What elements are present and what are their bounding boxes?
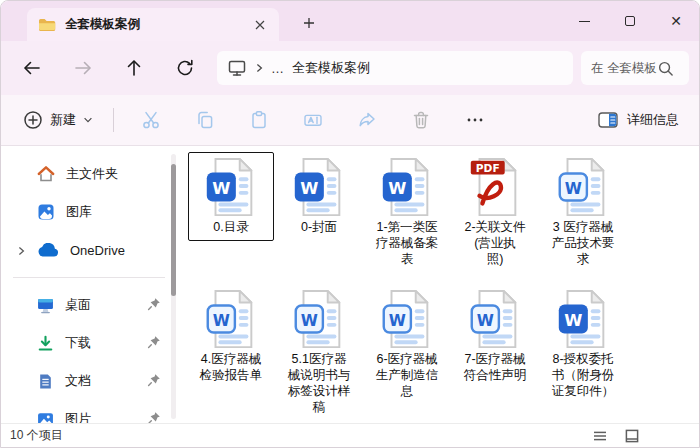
file-icon: W	[291, 156, 347, 218]
sidebar-item-downloads[interactable]: 下载	[5, 325, 169, 361]
svg-text:W: W	[212, 179, 230, 198]
toolbar-divider	[113, 108, 114, 132]
file-item-body: W 1-第一类医 疗器械备案 表	[364, 152, 450, 273]
file-item[interactable]: W 4.医疗器械 检验报告单	[187, 284, 275, 416]
list-view-button[interactable]	[590, 427, 610, 445]
file-item[interactable]: W 0-封面	[275, 152, 363, 284]
copy-button[interactable]	[185, 102, 225, 138]
word-file-icon: W	[291, 156, 347, 218]
word-file-icon: W	[379, 156, 435, 218]
pin-icon	[147, 373, 161, 387]
file-name: 3 医疗器械 产品技术要 求	[552, 219, 615, 267]
new-button[interactable]: 新建	[13, 102, 103, 138]
titlebar: 全套模板案例 ✕	[1, 1, 699, 41]
delete-button[interactable]	[401, 102, 441, 138]
file-icon: W	[203, 156, 259, 218]
sidebar-item-documents[interactable]: 文档	[5, 363, 169, 399]
chevron-right-icon	[16, 246, 26, 256]
paste-button[interactable]	[239, 102, 279, 138]
details-toggle-label: 详细信息	[627, 111, 679, 129]
sidebar-divider	[13, 277, 165, 278]
breadcrumb-chevron-icon	[254, 63, 264, 73]
close-icon: ✕	[670, 14, 682, 28]
sidebar-scrollbar-thumb[interactable]	[171, 164, 176, 296]
svg-text:W: W	[300, 179, 318, 198]
file-icon: W	[555, 156, 611, 218]
details-toggle-button[interactable]: 详细信息	[590, 102, 687, 138]
search-input[interactable]	[591, 61, 657, 75]
word-file-icon: W	[467, 288, 523, 350]
back-button[interactable]	[13, 50, 51, 86]
file-item[interactable]: W 6-医疗器械 生产制造信 息	[363, 284, 451, 416]
share-button[interactable]	[347, 102, 387, 138]
rename-button[interactable]	[293, 102, 333, 138]
forward-icon	[73, 58, 93, 78]
gallery-icon	[37, 203, 55, 221]
this-pc-icon	[227, 58, 247, 78]
file-item[interactable]: PDF 2-关联文件 (营业执 照)	[451, 152, 539, 284]
ellipsis-icon	[465, 110, 485, 130]
file-item[interactable]: W 3 医疗器械 产品技术要 求	[539, 152, 627, 284]
refresh-button[interactable]	[166, 50, 204, 86]
breadcrumb-current-folder[interactable]: 全套模板案例	[292, 59, 370, 77]
pinned-indicator	[147, 297, 161, 314]
sidebar-item-label: 主文件夹	[66, 165, 118, 183]
minimize-button[interactable]	[561, 1, 607, 41]
file-item-body: W 4.医疗器械 检验报告单	[188, 284, 274, 389]
file-name: 8-授权委托 书（附身份 证复印件）	[552, 351, 615, 399]
search-icon	[657, 60, 674, 77]
new-tab-button[interactable]	[295, 9, 323, 37]
file-item[interactable]: W 7-医疗器械 符合性声明	[451, 284, 539, 416]
file-item-body: PDF 2-关联文件 (营业执 照)	[452, 152, 538, 273]
file-icon: W	[379, 156, 435, 218]
sidebar-item-label: 桌面	[65, 296, 91, 314]
sidebar-item-pictures[interactable]: 图片	[5, 401, 169, 423]
file-icon: PDF	[467, 156, 523, 218]
share-icon	[357, 110, 377, 130]
paste-icon	[249, 110, 269, 130]
rename-icon	[303, 110, 323, 130]
file-name: 0.目录	[213, 219, 248, 235]
more-options-button[interactable]	[455, 102, 495, 138]
large-icons-view-button[interactable]	[622, 427, 642, 445]
svg-text:W: W	[564, 311, 582, 330]
sidebar-item-gallery[interactable]: 图库	[5, 194, 169, 230]
file-item[interactable]: W 0.目录	[187, 152, 275, 284]
cut-button[interactable]	[131, 102, 171, 138]
search-box[interactable]	[581, 51, 689, 85]
file-item-body: W 5.1医疗器 械说明书与 标签设计样 稿	[276, 284, 362, 421]
explorer-window: 全套模板案例 ✕	[0, 0, 700, 448]
svg-text:W: W	[389, 312, 406, 330]
breadcrumb-collapsed[interactable]: …	[271, 61, 285, 76]
close-button[interactable]: ✕	[653, 1, 699, 41]
up-button[interactable]	[115, 50, 153, 86]
new-button-label: 新建	[50, 111, 76, 129]
file-item[interactable]: W 5.1医疗器 械说明书与 标签设计样 稿	[275, 284, 363, 416]
expand-chevron[interactable]	[16, 244, 26, 259]
pinned-indicator	[147, 335, 161, 352]
back-icon	[22, 58, 42, 78]
forward-button[interactable]	[64, 50, 102, 86]
address-bar[interactable]: … 全套模板案例	[217, 51, 573, 85]
word-file-icon: W	[555, 156, 611, 218]
explorer-tab[interactable]: 全套模板案例	[27, 8, 279, 41]
plus-circle-icon	[23, 110, 43, 130]
tab-close-button[interactable]	[249, 14, 271, 36]
sidebar-item-desktop[interactable]: 桌面	[5, 287, 169, 323]
file-icon: W	[291, 288, 347, 350]
file-name: 1-第一类医 疗器械备案 表	[376, 219, 439, 267]
file-name: 0-封面	[301, 219, 337, 235]
sidebar-item-onedrive[interactable]: OneDrive	[5, 232, 169, 268]
svg-text:W: W	[477, 312, 494, 330]
navigation-bar: … 全套模板案例	[1, 41, 699, 95]
word-file-icon: W	[203, 288, 259, 350]
word-file-icon: W	[203, 156, 259, 218]
file-name: 4.医疗器械 检验报告单	[200, 351, 263, 383]
sidebar-item-label: 文档	[65, 372, 91, 390]
sidebar-list: 主文件夹 图库 OneDrive 桌面 下载 文档 图片	[1, 156, 179, 423]
sidebar-item-home[interactable]: 主文件夹	[5, 156, 169, 192]
pin-icon	[147, 297, 161, 311]
maximize-button[interactable]	[607, 1, 653, 41]
file-item[interactable]: W 8-授权委托 书（附身份 证复印件）	[539, 284, 627, 416]
file-item[interactable]: W 1-第一类医 疗器械备案 表	[363, 152, 451, 284]
